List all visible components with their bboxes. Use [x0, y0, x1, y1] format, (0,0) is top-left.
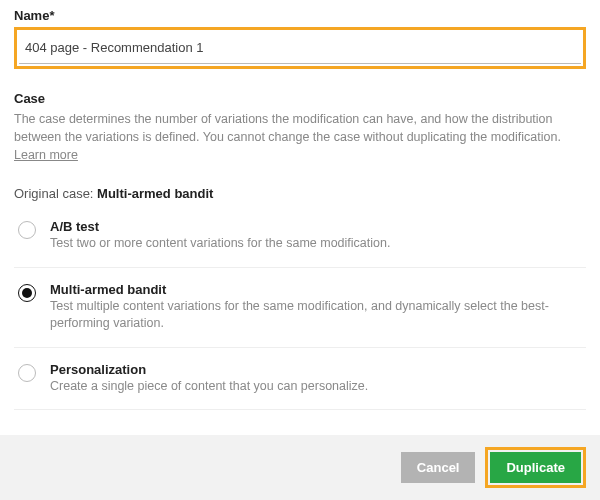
dialog-footer: Cancel Duplicate: [0, 435, 600, 500]
radio-ab-test[interactable]: [18, 221, 36, 239]
case-options: A/B test Test two or more content variat…: [14, 211, 586, 410]
original-case: Original case: Multi-armed bandit: [14, 186, 586, 201]
name-input[interactable]: [19, 32, 581, 64]
case-description-text: The case determines the number of variat…: [14, 112, 561, 144]
option-title: Personalization: [50, 362, 582, 377]
option-personalization[interactable]: Personalization Create a single piece of…: [14, 348, 586, 411]
option-title: A/B test: [50, 219, 582, 234]
case-title: Case: [14, 91, 586, 106]
option-desc: Test multiple content variations for the…: [50, 298, 582, 333]
option-multi-armed-bandit[interactable]: Multi-armed bandit Test multiple content…: [14, 268, 586, 348]
option-desc: Create a single piece of content that yo…: [50, 378, 582, 396]
option-ab-test[interactable]: A/B test Test two or more content variat…: [14, 211, 586, 268]
cancel-button[interactable]: Cancel: [401, 452, 476, 483]
duplicate-highlight: Duplicate: [485, 447, 586, 488]
option-title: Multi-armed bandit: [50, 282, 582, 297]
duplicate-button[interactable]: Duplicate: [490, 452, 581, 483]
name-label: Name*: [14, 8, 586, 23]
case-description: The case determines the number of variat…: [14, 110, 586, 164]
name-highlight: [14, 27, 586, 69]
original-case-prefix: Original case:: [14, 186, 97, 201]
original-case-value: Multi-armed bandit: [97, 186, 213, 201]
radio-personalization[interactable]: [18, 364, 36, 382]
radio-multi-armed-bandit[interactable]: [18, 284, 36, 302]
option-desc: Test two or more content variations for …: [50, 235, 582, 253]
learn-more-link[interactable]: Learn more: [14, 148, 78, 162]
